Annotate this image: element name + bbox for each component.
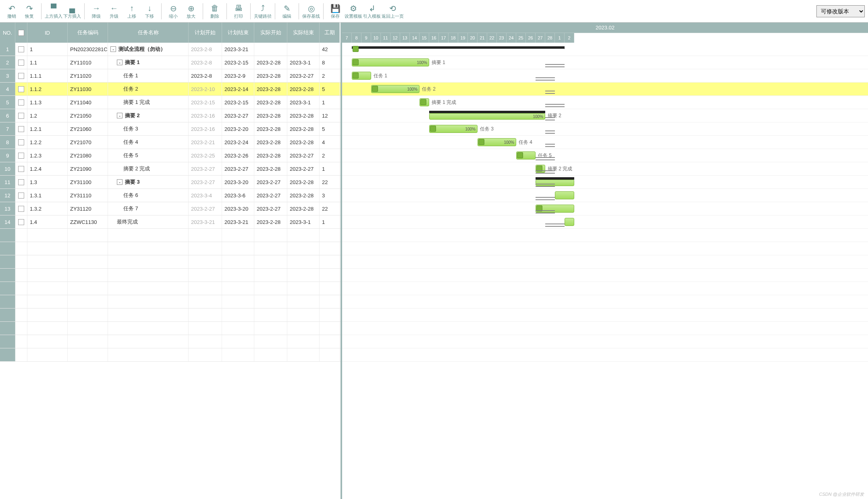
grid-row[interactable]: 51.1.3ZY11040摘要 1 完成2023-2-152023-2-1520… xyxy=(0,96,341,109)
gantt-row[interactable] xyxy=(342,295,868,309)
row-checkbox[interactable] xyxy=(18,99,24,106)
cell-code[interactable]: ZY31120 xyxy=(68,202,108,215)
cell-actual-end[interactable]: 2023-3-1 xyxy=(287,56,320,69)
cell-actual-end[interactable]: 2023-2-28 xyxy=(287,176,320,188)
cell-code[interactable]: ZZWC1130 xyxy=(68,215,108,228)
cell-duration[interactable]: 22 xyxy=(320,176,340,188)
cell-actual-end[interactable]: 2023-3-1 xyxy=(287,96,320,109)
cell-plan-start[interactable]: 2023-3-21 xyxy=(189,215,222,228)
cell-plan-end[interactable]: 2023-3-21 xyxy=(222,215,254,228)
cell-id[interactable]: 1.1.1 xyxy=(27,69,68,82)
cell-actual-start[interactable]: 2023-2-28 xyxy=(254,69,287,82)
cell-code[interactable]: ZY21060 xyxy=(68,122,108,135)
cell-actual-end[interactable]: 2023-2-27 xyxy=(287,162,320,175)
undo-button[interactable]: ↶撤销 xyxy=(3,2,20,21)
cell-plan-start[interactable]: 2023-2-21 xyxy=(189,136,222,149)
import-template-button[interactable]: ↲引入模板 xyxy=(363,2,381,21)
cell-plan-start[interactable]: 2023-2-27 xyxy=(189,202,222,215)
cell-name-wrap[interactable]: 任务 7 xyxy=(108,202,189,215)
gantt-row[interactable] xyxy=(342,176,868,189)
cell-plan-end[interactable]: 2023-2-27 xyxy=(222,109,254,122)
cell-code[interactable]: ZY11020 xyxy=(68,69,108,82)
expander-icon[interactable]: - xyxy=(117,60,123,65)
cell-actual-end[interactable]: 2023-2-28 xyxy=(287,189,320,202)
cell-name-wrap[interactable]: 任务 4 xyxy=(108,136,189,149)
cell-plan-end[interactable]: 2023-3-20 xyxy=(222,202,254,215)
cell-duration[interactable]: 4 xyxy=(320,136,340,149)
row-checkbox[interactable] xyxy=(18,73,24,79)
gantt-marker[interactable] xyxy=(353,59,359,65)
cell-actual-start[interactable]: 2023-2-28 xyxy=(254,215,287,228)
cell-actual-start[interactable]: 2023-2-28 xyxy=(254,149,287,162)
col-checkbox[interactable] xyxy=(15,23,27,43)
cell-duration[interactable]: 42 xyxy=(320,43,340,56)
cell-actual-end[interactable] xyxy=(287,43,320,56)
cell-actual-start[interactable]: 2023-2-28 xyxy=(254,136,287,149)
gantt-marker[interactable] xyxy=(478,139,484,145)
redo-button[interactable]: ↷恢复 xyxy=(21,2,38,21)
cell-name-wrap[interactable]: 任务 6 xyxy=(108,189,189,202)
cell-actual-start[interactable] xyxy=(254,43,287,56)
gantt-summary-bar[interactable] xyxy=(352,46,565,49)
cell-plan-start[interactable]: 2023-2-27 xyxy=(189,176,222,188)
cell-duration[interactable]: 22 xyxy=(320,202,340,215)
gantt-marker[interactable] xyxy=(372,86,378,92)
move-up-button[interactable]: ↑上移 xyxy=(123,2,140,21)
cell-actual-start[interactable]: 2023-2-27 xyxy=(254,176,287,188)
grid-row[interactable] xyxy=(0,322,341,335)
grid-body[interactable]: 11PN202302281C-测试全流程（勿动）2023-2-82023-3-2… xyxy=(0,43,341,499)
cell-actual-end[interactable]: 2023-2-28 xyxy=(287,136,320,149)
cell-duration[interactable]: 2 xyxy=(320,69,340,82)
set-template-button[interactable]: ⚙设置模板 xyxy=(345,2,362,21)
gantt-row[interactable]: 任务 5 xyxy=(342,149,868,162)
cell-plan-end[interactable]: 2023-2-9 xyxy=(222,69,254,82)
gantt-row[interactable] xyxy=(342,269,868,282)
cell-plan-end[interactable]: 2023-3-6 xyxy=(222,189,254,202)
gantt-task-bar[interactable]: 100% xyxy=(429,113,545,120)
promote-button[interactable]: ←升级 xyxy=(106,2,123,21)
grid-row[interactable] xyxy=(0,242,341,255)
grid-row[interactable]: 11PN202302281C-测试全流程（勿动）2023-2-82023-3-2… xyxy=(0,43,341,56)
cell-duration[interactable]: 2 xyxy=(320,149,340,162)
cell-id[interactable]: 1 xyxy=(27,43,68,56)
row-checkbox[interactable] xyxy=(18,206,24,212)
col-plan-start[interactable]: 计划开始 xyxy=(189,23,222,43)
cell-actual-start[interactable]: 2023-2-28 xyxy=(254,56,287,69)
gantt-row[interactable] xyxy=(342,322,868,335)
cell-name-wrap[interactable]: 任务 2 xyxy=(108,83,189,95)
cell-name-wrap[interactable]: -摘要 2 xyxy=(108,109,189,122)
grid-row[interactable]: 71.2.1ZY21060任务 32023-2-162023-2-202023-… xyxy=(0,122,341,136)
grid-row[interactable]: 111.3ZY31100-摘要 32023-2-272023-3-202023-… xyxy=(0,176,341,189)
grid-row[interactable]: 131.3.2ZY31120任务 72023-2-272023-3-202023… xyxy=(0,202,341,215)
row-checkbox[interactable] xyxy=(18,113,24,119)
cell-code[interactable]: ZY11040 xyxy=(68,96,108,109)
col-code[interactable]: 任务编码 xyxy=(68,23,108,43)
cell-actual-start[interactable]: 2023-2-28 xyxy=(254,96,287,109)
insert-above-button[interactable]: ▀上方插入 xyxy=(45,2,62,21)
grid-row[interactable] xyxy=(0,295,341,309)
move-down-button[interactable]: ↓下移 xyxy=(141,2,158,21)
gantt-row[interactable]: 100%任务 4 xyxy=(342,136,868,149)
col-name[interactable]: 任务名称 xyxy=(108,23,189,43)
cell-code[interactable]: ZY21090 xyxy=(68,162,108,175)
cell-name-wrap[interactable]: 摘要 1 完成 xyxy=(108,96,189,109)
grid-row[interactable]: 61.2ZY21050-摘要 22023-2-162023-2-272023-2… xyxy=(0,109,341,122)
cell-duration[interactable]: 12 xyxy=(320,109,340,122)
cell-id[interactable]: 1.3.1 xyxy=(27,189,68,202)
cell-plan-end[interactable]: 2023-3-20 xyxy=(222,176,254,188)
cell-id[interactable]: 1.4 xyxy=(27,215,68,228)
grid-row[interactable] xyxy=(0,229,341,242)
critical-path-button[interactable]: ⤴关键路径 xyxy=(254,2,272,21)
cell-actual-start[interactable]: 2023-2-28 xyxy=(254,122,287,135)
gantt-task-bar[interactable]: 100% xyxy=(371,85,419,93)
cell-plan-end[interactable]: 2023-2-20 xyxy=(222,122,254,135)
delete-button[interactable]: 🗑删除 xyxy=(206,2,223,21)
gantt-row[interactable]: 任务 1 xyxy=(342,69,868,83)
grid-row[interactable]: 21.1ZY11010-摘要 12023-2-82023-2-152023-2-… xyxy=(0,56,341,69)
cell-name-wrap[interactable]: 任务 3 xyxy=(108,122,189,135)
cell-plan-end[interactable]: 2023-2-24 xyxy=(222,136,254,149)
expander-icon[interactable]: - xyxy=(117,179,123,185)
gantt-row[interactable] xyxy=(342,242,868,255)
grid-row[interactable]: 31.1.1ZY11020任务 12023-2-82023-2-92023-2-… xyxy=(0,69,341,83)
cell-id[interactable]: 1.1 xyxy=(27,56,68,69)
